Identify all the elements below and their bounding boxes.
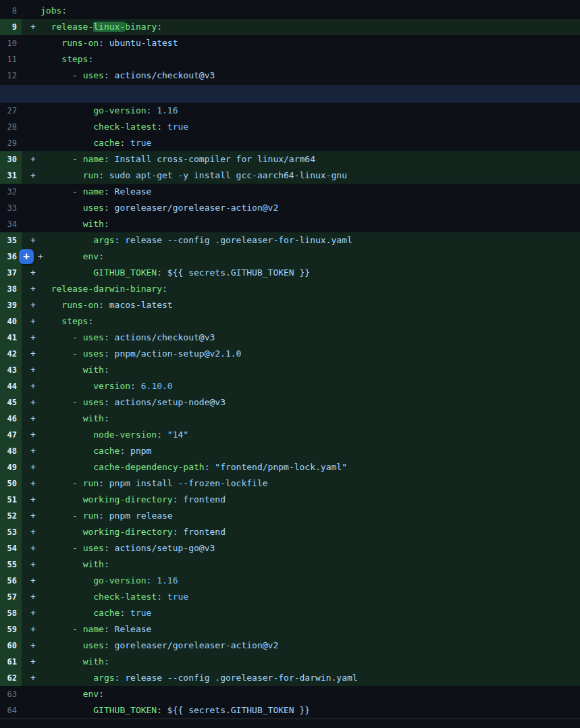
code-line: node-version: "14": [41, 427, 188, 443]
line-number[interactable]: 42: [0, 346, 22, 362]
line-number[interactable]: 34: [0, 216, 22, 232]
add-line-comment-button[interactable]: +: [19, 249, 34, 264]
diff-added-marker: +: [22, 508, 41, 524]
line-number[interactable]: 31: [0, 167, 22, 184]
line-number[interactable]: 57: [0, 589, 22, 605]
diff-added-marker: +: [22, 443, 41, 459]
line-number[interactable]: 53: [0, 524, 22, 540]
line-number[interactable]: 39: [0, 297, 22, 313]
code-line: with:: [41, 411, 109, 427]
line-number[interactable]: 41: [0, 330, 22, 346]
diff-added-marker: +: [22, 297, 41, 313]
diff-rows: 8jobs:9+ release-linux-binary:10 runs-on…: [0, 3, 580, 719]
line-number[interactable]: 51: [0, 492, 22, 508]
diff-line: 43+ with:: [0, 362, 580, 378]
code-line: - uses: actions/setup-go@v3: [41, 540, 215, 556]
line-number[interactable]: 56: [0, 573, 22, 589]
code-line: release-linux-binary:: [41, 19, 162, 35]
line-number[interactable]: 28: [0, 119, 22, 135]
line-number[interactable]: 50: [0, 475, 22, 492]
diff-line: 63 env:: [0, 686, 580, 702]
line-number[interactable]: 60: [0, 638, 22, 654]
diff-added-marker: +: [22, 281, 41, 297]
line-number[interactable]: 47: [0, 427, 22, 443]
line-number[interactable]: 32: [0, 184, 22, 200]
code-line: - name: Release: [41, 621, 151, 638]
diff-added-marker: +: [22, 346, 41, 362]
diff-line: 12 - uses: actions/checkout@v3: [0, 68, 580, 84]
line-number[interactable]: 45: [0, 394, 22, 411]
line-number[interactable]: 29: [0, 135, 22, 151]
code-line: go-version: 1.16: [41, 103, 178, 119]
line-number[interactable]: 59: [0, 621, 22, 638]
line-number[interactable]: 10: [0, 35, 22, 51]
diff-added-marker: [22, 3, 41, 19]
line-number[interactable]: 64: [0, 702, 22, 719]
line-number[interactable]: 40: [0, 313, 22, 330]
diff-line: 40+ steps:: [0, 313, 580, 330]
diff-added-marker: +: [22, 524, 41, 540]
line-number[interactable]: 52: [0, 508, 22, 524]
code-line: - uses: actions/checkout@v3: [41, 330, 215, 346]
line-number[interactable]: 30: [0, 151, 22, 167]
code-line: cache: true: [41, 605, 151, 621]
diff-added-marker: +: [22, 540, 41, 556]
line-number[interactable]: 8: [0, 3, 22, 19]
line-number[interactable]: 46: [0, 411, 22, 427]
line-number[interactable]: 63: [0, 686, 22, 702]
code-line: env:: [41, 249, 104, 265]
line-number[interactable]: 55: [0, 556, 22, 573]
diff-added-marker: +: [22, 621, 41, 638]
code-line: runs-on: ubuntu-latest: [41, 35, 178, 51]
line-number[interactable]: 43: [0, 362, 22, 378]
diff-line: 62+ args: release --config .goreleaser-f…: [0, 670, 580, 686]
line-number[interactable]: 38: [0, 281, 22, 297]
line-number[interactable]: 61: [0, 654, 22, 670]
diff-added-marker: [22, 200, 41, 216]
line-number[interactable]: 37: [0, 265, 22, 281]
diff-line: 51+ working-directory: frontend: [0, 492, 580, 508]
code-line: steps:: [41, 313, 93, 330]
diff-line: 28 check-latest: true: [0, 119, 580, 135]
diff-line: 31+ run: sudo apt-get -y install gcc-aar…: [0, 167, 580, 184]
line-number[interactable]: 54: [0, 540, 22, 556]
code-line: with:: [41, 216, 109, 232]
code-line: GITHUB_TOKEN: ${{ secrets.GITHUB_TOKEN }…: [41, 702, 310, 719]
diff-added-marker: +: [22, 459, 41, 475]
line-number[interactable]: 48: [0, 443, 22, 459]
diff-line: 49+ cache-dependency-path: "frontend/pnp…: [0, 459, 580, 475]
diff-expander-row[interactable]: [0, 84, 580, 103]
diff-added-marker: +: [22, 232, 41, 249]
line-number[interactable]: 44: [0, 378, 22, 394]
line-number[interactable]: 62: [0, 670, 22, 686]
code-line: go-version: 1.16: [41, 573, 178, 589]
code-line: - uses: pnpm/action-setup@v2.1.0: [41, 346, 241, 362]
code-line: GITHUB_TOKEN: ${{ secrets.GITHUB_TOKEN }…: [41, 265, 310, 281]
code-line: run: sudo apt-get -y install gcc-aarch64…: [41, 167, 347, 184]
diff-line: 47+ node-version: "14": [0, 427, 580, 443]
diff-line: 59+ - name: Release: [0, 621, 580, 638]
code-line: runs-on: macos-latest: [41, 297, 173, 313]
diff-added-marker: +: [22, 492, 41, 508]
diff-line: 34 with:: [0, 216, 580, 232]
line-number[interactable]: 49: [0, 459, 22, 475]
line-number[interactable]: 11: [0, 51, 22, 68]
diff-line: 11 steps:: [0, 51, 580, 68]
code-line: with:: [41, 556, 109, 573]
code-line: working-directory: frontend: [41, 524, 226, 540]
diff-added-marker: +: [22, 638, 41, 654]
code-line: check-latest: true: [41, 589, 188, 605]
diff-line: 38+ release-darwin-binary:: [0, 281, 580, 297]
line-number[interactable]: 12: [0, 68, 22, 84]
line-number[interactable]: 9: [0, 19, 22, 35]
diff-added-marker: +: [22, 151, 41, 167]
diff-added-marker: [22, 184, 41, 200]
diff-line: 27 go-version: 1.16: [0, 103, 580, 119]
line-number[interactable]: 35: [0, 232, 22, 249]
line-number[interactable]: 33: [0, 200, 22, 216]
diff-added-marker: [22, 68, 41, 84]
code-line: check-latest: true: [41, 119, 188, 135]
line-number[interactable]: 58: [0, 605, 22, 621]
diff-added-marker: +: [22, 411, 41, 427]
line-number[interactable]: 27: [0, 103, 22, 119]
